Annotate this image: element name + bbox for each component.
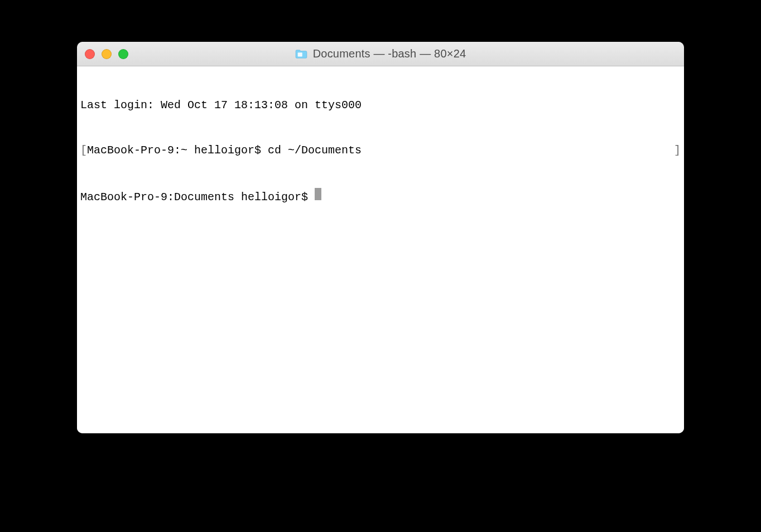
terminal-window: Documents — -bash — 80×24 Last login: We… — [77, 42, 684, 433]
terminal-line-current-prompt: MacBook-Pro-9:Documents helloigor$ — [80, 188, 681, 205]
close-button[interactable] — [85, 49, 95, 59]
titlebar[interactable]: Documents — -bash — 80×24 — [77, 42, 684, 66]
terminal-line-command: [ MacBook-Pro-9:~ helloigor$ cd ~/Docume… — [80, 143, 681, 158]
traffic-lights — [77, 49, 128, 59]
terminal-body[interactable]: Last login: Wed Oct 17 18:13:08 on ttys0… — [77, 66, 684, 433]
terminal-line-last-login: Last login: Wed Oct 17 18:13:08 on ttys0… — [80, 98, 681, 113]
minimize-button[interactable] — [102, 49, 112, 59]
cursor[interactable] — [315, 188, 321, 200]
zoom-button[interactable] — [118, 49, 128, 59]
title-wrap: Documents — -bash — 80×24 — [77, 47, 684, 60]
bracket-close: ] — [674, 143, 681, 158]
window-title: Documents — -bash — 80×24 — [313, 47, 466, 60]
prompt-documents: MacBook-Pro-9:Documents helloigor$ — [80, 190, 315, 205]
bracket-open: [ — [80, 143, 87, 158]
command-text: cd ~/Documents — [268, 143, 362, 158]
folder-icon — [295, 49, 307, 59]
prompt-home: MacBook-Pro-9:~ helloigor$ — [87, 143, 268, 158]
svg-rect-0 — [297, 52, 302, 56]
